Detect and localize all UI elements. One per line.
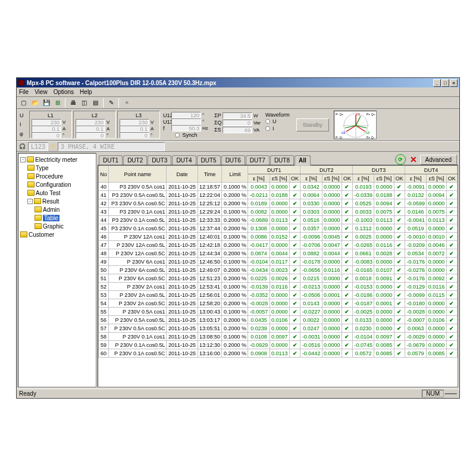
tree-admin[interactable]: Admin [43, 206, 60, 213]
table-row[interactable]: 60P 230V 0.1A cos0.5C2011-10-2513:16:000… [99, 349, 458, 358]
table-row[interactable]: 49P 230V 6A cos12011-10-2512:46:500.1000… [99, 258, 458, 266]
export-icon[interactable]: ⊞ [52, 98, 62, 108]
col-time[interactable]: Time [198, 166, 222, 183]
standby-button[interactable]: Standby [296, 118, 329, 131]
close-button[interactable]: × [450, 79, 458, 87]
svg-text:P- Q+: P- Q+ [336, 112, 343, 116]
tab-all[interactable]: All [295, 155, 311, 165]
tree-result[interactable]: Result [42, 198, 59, 205]
svg-text:U3: U3 [342, 131, 346, 134]
tree-graphic[interactable]: Graphic [43, 223, 64, 230]
col-dut2[interactable]: DUT2 [300, 166, 353, 174]
table-row[interactable]: 54P 230V 2A cos0.5C2011-10-2512:58:200.2… [99, 299, 458, 308]
tree-type[interactable]: Type [36, 165, 49, 171]
phasor-diagram: P- Q+ P+ Q+ P- Q- P+ Q- U1 U2 U3 [334, 111, 377, 139]
delete-button[interactable]: ✕ [408, 154, 419, 165]
preview-icon[interactable]: ◫ [79, 98, 89, 108]
tab-dut3[interactable]: DUT3 [148, 155, 171, 165]
app-icon [18, 80, 24, 86]
menu-options[interactable]: Options [54, 89, 74, 95]
refresh-button[interactable]: ⟳ [395, 154, 406, 165]
table-row[interactable]: 41P3 230V 0.5A cos0.5L2011-10-2512:22:04… [99, 191, 458, 199]
tree-config[interactable]: Configuration [36, 181, 71, 188]
col-dut1[interactable]: DUT1 [248, 166, 300, 174]
save-icon[interactable]: 💾 [41, 98, 51, 108]
menu-file[interactable]: File [19, 89, 29, 95]
col-ok[interactable]: OK [446, 174, 457, 183]
table-row[interactable]: 47P 230V 12A cos0.5L2011-10-2512:42:180.… [99, 241, 458, 249]
menu-help[interactable]: Help [80, 89, 92, 95]
status-num: NUM [422, 390, 444, 397]
table-row[interactable]: 58P 230V 0.1A cos12011-10-2513:08:500.10… [99, 333, 458, 341]
col-no[interactable]: No [99, 166, 109, 183]
results-grid[interactable]: No Point name Date Time Limit DUT1 DUT2 … [98, 165, 458, 387]
tree-procedure[interactable]: Procedure [36, 173, 63, 180]
table-row[interactable]: 44P3 230V 0.1A cos0.5L2011-10-2512:33:33… [99, 216, 458, 224]
table-row[interactable]: 53P 230V 2A cos0.5L2011-10-2512:56:010.2… [99, 291, 458, 299]
tree-table[interactable]: Table [43, 215, 60, 221]
col-point[interactable]: Point name [108, 166, 167, 183]
table-row[interactable]: 57P 230V 0.5A cos0.5C2011-10-2513:05:510… [99, 324, 458, 333]
table-row[interactable]: 46P 230V 12A cos12011-10-2512:40:010.100… [99, 233, 458, 241]
table-row[interactable]: 52P 230V 2A cos12011-10-2512:53:410.1000… [99, 283, 458, 291]
tab-dut4[interactable]: DUT4 [172, 155, 196, 165]
col-eps[interactable]: ε [%] [353, 174, 374, 183]
col-ok[interactable]: OK [289, 174, 300, 183]
table-row[interactable]: 59P 230V 0.1A cos0.5L2011-10-2513:12:300… [99, 341, 458, 349]
col-date[interactable]: Date [167, 166, 198, 183]
maximize-button[interactable]: □ [441, 79, 449, 87]
collapse-icon[interactable]: - [20, 157, 26, 162]
col-eps[interactable]: ε [%] [405, 174, 427, 183]
menu-view[interactable]: View [35, 89, 48, 95]
tab-dut7[interactable]: DUT7 [246, 155, 270, 165]
collapse-icon[interactable]: - [27, 199, 33, 204]
tree-autotest[interactable]: Auto Test [36, 190, 61, 196]
tree-customer[interactable]: Customer [29, 231, 54, 238]
doc-icon[interactable]: ▤ [90, 98, 101, 108]
open-icon[interactable]: 📂 [30, 98, 40, 108]
nav-tree[interactable]: -Electricity meter Type Procedure Config… [18, 153, 96, 387]
menubar: File View Options Help [17, 87, 459, 97]
col-epss[interactable]: εS [%] [374, 174, 394, 183]
folder-icon [35, 223, 42, 229]
table-row[interactable]: 50P 230V 6A cos0.5L2011-10-2512:49:070.2… [99, 266, 458, 274]
tree-root[interactable]: Electricity meter [35, 156, 77, 163]
tab-dut1[interactable]: DUT1 [99, 155, 123, 165]
col-epss[interactable]: εS [%] [322, 174, 342, 183]
col-eps[interactable]: ε [%] [248, 174, 270, 183]
col-eps[interactable]: ε [%] [300, 174, 322, 183]
tab-dut6[interactable]: DUT6 [221, 155, 245, 165]
table-row[interactable]: 48P 230V 12A cos0.5C2011-10-2512:44:340.… [99, 249, 458, 258]
toolbar: ▢ 📂 💾 ⊞ 🖶 ◫ ▤ ✎ ✶ [17, 97, 459, 109]
waveform-i-radio[interactable] [265, 126, 270, 131]
tab-dut2[interactable]: DUT2 [123, 155, 147, 165]
table-row[interactable]: 40P3 230V 0.5A cos12011-10-2512:18:570.1… [99, 183, 458, 191]
col-epss[interactable]: εS [%] [270, 174, 289, 183]
table-row[interactable]: 55P 230V 0.5A cos12011-10-2513:00:430.10… [99, 308, 458, 316]
print-icon[interactable]: 🖶 [68, 98, 78, 108]
svg-text:U1: U1 [356, 112, 361, 116]
minimize-button[interactable]: _ [433, 79, 441, 87]
table-row[interactable]: 51P 230V 6A cos0.5C2011-10-2512:51:230.2… [99, 274, 458, 283]
col-ok[interactable]: OK [342, 174, 352, 183]
col-limit[interactable]: Limit [222, 166, 248, 183]
tab-dut8[interactable]: DUT8 [270, 155, 294, 165]
col-dut4[interactable]: DUT4 [405, 166, 458, 174]
table-row[interactable]: 56P 230V 0.5A cos0.5L2011-10-2513:03:170… [99, 316, 458, 324]
col-ok[interactable]: OK [394, 174, 405, 183]
status-ready: Ready [19, 390, 36, 397]
table-row[interactable]: 45P3 230V 0.1A cos0.5C2011-10-2512:37:44… [99, 224, 458, 233]
col-epss[interactable]: εS [%] [427, 174, 446, 183]
new-icon[interactable]: ▢ [18, 98, 29, 108]
advanced-button[interactable]: Advanced [420, 155, 457, 165]
tool-icon[interactable]: ✎ [106, 98, 116, 108]
table-row[interactable]: 43P3 230V 0.1A cos12011-10-2512:29:240.1… [99, 208, 458, 216]
table-row[interactable]: 42P3 230V 0.5A cos0.5C2011-10-2512:25:12… [99, 199, 458, 208]
waveform-u-radio[interactable] [265, 119, 270, 124]
tab-dut5[interactable]: DUT5 [197, 155, 221, 165]
titlebar: Mpx-8 PC software - Calport100Plus DIR 1… [17, 78, 459, 87]
col-dut3[interactable]: DUT3 [353, 166, 405, 174]
svg-text:P+ Q-: P+ Q- [367, 136, 375, 139]
synch-radio[interactable] [175, 133, 180, 137]
wand-icon[interactable]: ✶ [121, 98, 131, 108]
